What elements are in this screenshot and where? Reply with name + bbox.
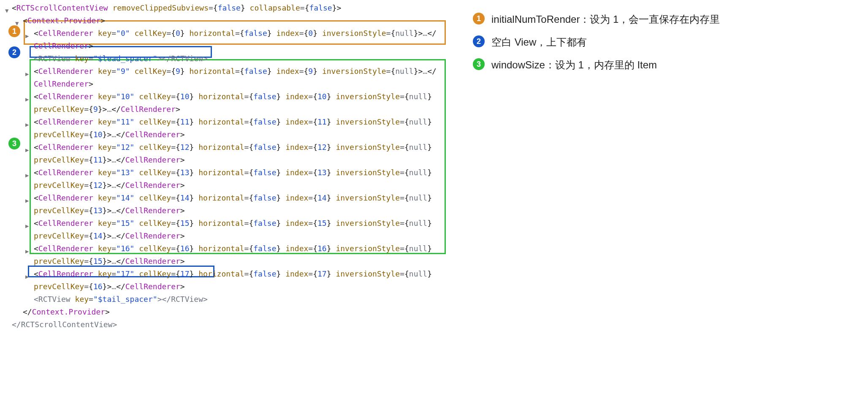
tree-row[interactable]: ▶ <CellRenderer key="9" cellKey={9} hori… [0, 65, 456, 78]
code-tree-panel: 1 2 3 ▼ <RCTScrollContentView removeClip… [0, 0, 456, 396]
tree-row[interactable]: </Context.Provider> [0, 306, 456, 318]
tree-row[interactable]: ▶<CellRenderer key="15" cellKey={15} hor… [0, 217, 456, 230]
tree-row[interactable]: ▶<CellRenderer key="14" cellKey={14} hor… [0, 192, 456, 204]
legend-panel: 1 initialNumToRender：设为 1，会一直保存在内存里 2 空白… [456, 0, 868, 396]
legend-text-3: windowSize：设为 1，内存里的 Item [491, 58, 657, 72]
legend-text-1: initialNumToRender：设为 1，会一直保存在内存里 [491, 13, 720, 26]
tree-row[interactable]: ▶<CellRenderer key="13" cellKey={13} hor… [0, 166, 456, 179]
tree-row-continuation: CellRenderer> [0, 78, 456, 90]
tree-row-continuation: prevCellKey={16}>…</CellRenderer> [0, 280, 456, 293]
tree-row[interactable]: ▶<CellRenderer key="10" cellKey={10} hor… [0, 90, 456, 103]
tree-row-continuation: prevCellKey={12}>…</CellRenderer> [0, 179, 456, 192]
tree-row-continuation: prevCellKey={11}>…</CellRenderer> [0, 154, 456, 166]
tree-row[interactable]: ▼ <RCTScrollContentView removeClippedSub… [0, 2, 456, 14]
tree-row-continuation: prevCellKey={15}>…</CellRenderer> [0, 255, 456, 268]
legend-badge-1: 1 [473, 13, 485, 24]
tree-row-continuation: prevCellKey={9}>…</CellRenderer> [0, 103, 456, 116]
tree-row-continuation: prevCellKey={13}>…</CellRenderer> [0, 204, 456, 217]
legend-item: 3 windowSize：设为 1，内存里的 Item [473, 58, 868, 72]
legend-badge-3: 3 [473, 58, 485, 70]
tree-row[interactable]: <RCTView key="$lead_spacer"></RCTView> [0, 52, 456, 65]
tree-row-continuation: prevCellKey={14}>…</CellRenderer> [0, 230, 456, 242]
legend-badge-2: 2 [473, 35, 485, 47]
legend-item: 1 initialNumToRender：设为 1，会一直保存在内存里 [473, 13, 868, 26]
tree-row[interactable]: ▶<CellRenderer key="17" cellKey={17} hor… [0, 268, 456, 280]
tree-row[interactable]: ▶<CellRenderer key="11" cellKey={11} hor… [0, 116, 456, 128]
tree-row[interactable]: </RCTScrollContentView> [0, 318, 456, 331]
tree-row-continuation: prevCellKey={10}>…</CellRenderer> [0, 128, 456, 141]
tree-row[interactable]: ▼ <Context.Provider> [0, 14, 456, 27]
legend-item: 2 空白 View，上下都有 [473, 35, 868, 49]
legend-text-2: 空白 View，上下都有 [491, 35, 587, 49]
tree-row[interactable]: <RCTView key="$tail_spacer"></RCTView> [0, 293, 456, 306]
tree-row[interactable]: ▶<CellRenderer key="16" cellKey={16} hor… [0, 242, 456, 255]
tree-row[interactable]: ▶ <CellRenderer key="0" cellKey={0} hori… [0, 27, 456, 40]
tree-row-continuation: CellRenderer> [0, 40, 456, 52]
tree-row[interactable]: ▶<CellRenderer key="12" cellKey={12} hor… [0, 141, 456, 154]
